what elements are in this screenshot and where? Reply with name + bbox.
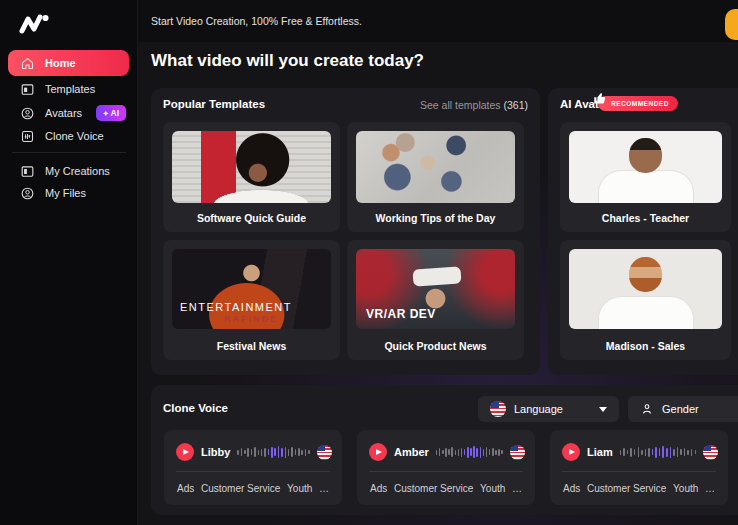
top-bar: Start Video Creation, 100% Free & Effort… <box>138 0 738 42</box>
sidebar-item-label: My Creations <box>45 165 110 177</box>
avatar-thumbnail <box>569 249 722 329</box>
voice-tag[interactable]: Ads <box>370 483 387 494</box>
thumbs-up-icon <box>593 91 608 106</box>
more-tags-button[interactable]: … <box>319 483 329 494</box>
template-thumbnail <box>172 131 331 203</box>
see-all-templates-link[interactable]: See all templates (361) <box>420 99 528 111</box>
us-flag-icon <box>317 445 332 460</box>
voice-card[interactable]: Libby Ads Customer Service Youth … <box>164 430 342 505</box>
sidebar-item-templates[interactable]: Templates <box>8 78 129 100</box>
gender-dropdown-label: Gender <box>662 403 699 415</box>
voice-waveform <box>620 444 696 460</box>
voice-tag[interactable]: Youth <box>480 483 505 494</box>
sidebar-item-clone-voice[interactable]: Clone Voice <box>8 125 129 147</box>
avatar-caption: Madison - Sales <box>560 340 731 352</box>
voice-tags: Ads Customer Service Youth … <box>563 478 715 498</box>
template-caption: Festival News <box>163 340 340 352</box>
thumbnail-overlay-text: VR/AR DEV <box>366 307 436 321</box>
person-icon <box>640 402 654 416</box>
app-window: Home Templates Avatars AI Clone Voice <box>0 0 738 525</box>
sidebar-divider <box>12 152 126 153</box>
home-icon <box>20 56 35 71</box>
my-creations-icon <box>20 164 35 179</box>
language-dropdown[interactable]: Language <box>478 396 619 422</box>
page-title: What video will you create today? <box>151 51 424 71</box>
template-caption: Working Tips of the Day <box>347 212 524 224</box>
sidebar-item-label: Clone Voice <box>45 130 104 142</box>
avatar-card[interactable]: Madison - Sales <box>560 240 731 360</box>
voice-name: Amber <box>394 446 429 458</box>
voice-card-divider <box>176 471 330 472</box>
play-button[interactable] <box>562 443 580 461</box>
template-thumbnail: ENTERTAINMENT RAFINDE <box>172 249 331 329</box>
ai-feature-badge: AI <box>96 105 126 121</box>
sidebar-item-my-files[interactable]: My Files <box>8 182 129 204</box>
template-card[interactable]: ENTERTAINMENT RAFINDE Festival News <box>163 240 340 360</box>
play-button[interactable] <box>369 443 387 461</box>
thumbnail-overlay-text: ENTERTAINMENT <box>180 301 292 313</box>
us-flag-icon <box>490 401 506 417</box>
sidebar-item-label: My Files <box>45 187 86 199</box>
sidebar-item-label: Avatars <box>45 107 82 119</box>
voice-card-header: Amber <box>369 438 525 466</box>
voice-tag[interactable]: Customer Service <box>587 483 666 494</box>
clone-voice-panel: Clone Voice Language Gender Libby Ads Cu <box>151 385 738 515</box>
cta-button[interactable] <box>725 9 738 40</box>
voice-card-divider <box>562 471 716 472</box>
sparkle-icon <box>103 108 109 118</box>
sidebar-item-label: Templates <box>45 83 95 95</box>
voice-tag[interactable]: Youth <box>673 483 698 494</box>
sidebar-item-avatars[interactable]: Avatars AI <box>8 102 129 124</box>
template-caption: Quick Product News <box>347 340 524 352</box>
templates-icon <box>20 82 35 97</box>
template-card[interactable]: Working Tips of the Day <box>347 122 524 232</box>
avatars-icon <box>20 106 35 121</box>
clone-voice-title: Clone Voice <box>163 402 228 414</box>
avatar-card[interactable]: Charles - Teacher <box>560 122 731 232</box>
voice-card-header: Liam <box>562 438 718 466</box>
popular-templates-panel: Popular Templates See all templates (361… <box>151 88 540 375</box>
us-flag-icon <box>510 445 525 460</box>
sidebar-item-my-creations[interactable]: My Creations <box>8 160 129 182</box>
voice-tag[interactable]: Youth <box>287 483 312 494</box>
sidebar-item-home[interactable]: Home <box>8 50 129 76</box>
voice-waveform <box>237 444 310 460</box>
template-card[interactable]: VR/AR DEV Quick Product News <box>347 240 524 360</box>
voice-tag[interactable]: Customer Service <box>394 483 473 494</box>
clone-voice-icon <box>20 129 35 144</box>
app-logo[interactable] <box>18 11 50 37</box>
sidebar-item-label: Home <box>45 57 76 69</box>
template-thumbnail <box>356 131 515 203</box>
voice-tags: Ads Customer Service Youth … <box>177 478 329 498</box>
voice-waveform <box>436 444 503 460</box>
voice-card-divider <box>369 471 523 472</box>
play-button[interactable] <box>176 443 194 461</box>
chevron-down-icon <box>599 407 607 412</box>
template-caption: Software Quick Guide <box>163 212 340 224</box>
voice-name: Libby <box>201 446 230 458</box>
voice-name: Liam <box>587 446 613 458</box>
template-card[interactable]: Software Quick Guide <box>163 122 340 232</box>
template-thumbnail: VR/AR DEV <box>356 249 515 329</box>
more-tags-button[interactable]: … <box>705 483 715 494</box>
voice-tags: Ads Customer Service Youth … <box>370 478 522 498</box>
recommended-badge: RECOMMENDED <box>598 96 678 111</box>
voice-card[interactable]: Amber Ads Customer Service Youth … <box>357 430 535 505</box>
us-flag-icon <box>703 445 718 460</box>
gender-dropdown[interactable]: Gender <box>628 396 738 422</box>
avatar-thumbnail <box>569 131 722 203</box>
more-tags-button[interactable]: … <box>512 483 522 494</box>
logo-mark-icon <box>18 11 50 37</box>
sidebar: Home Templates Avatars AI Clone Voice <box>0 0 138 525</box>
voice-tag[interactable]: Ads <box>563 483 580 494</box>
voice-card-header: Libby <box>176 438 332 466</box>
tagline-text: Start Video Creation, 100% Free & Effort… <box>151 15 362 27</box>
thumbnail-overlay-subtext: RAFINDE <box>224 314 278 324</box>
language-dropdown-label: Language <box>514 403 563 415</box>
voice-card[interactable]: Liam Ads Customer Service Youth … <box>550 430 728 505</box>
ai-avatars-panel: AI Avatars RECOMMENDED Charles - Teacher… <box>548 88 738 375</box>
voice-tag[interactable]: Ads <box>177 483 194 494</box>
my-files-icon <box>20 186 35 201</box>
avatar-caption: Charles - Teacher <box>560 212 731 224</box>
voice-tag[interactable]: Customer Service <box>201 483 280 494</box>
